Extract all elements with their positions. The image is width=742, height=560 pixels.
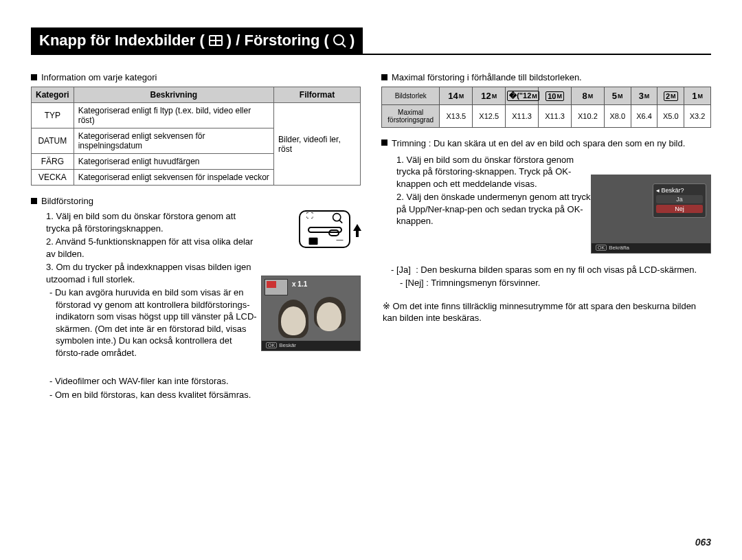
right-nej: - [Nej] : Trimningsmenyn försvinner. (406, 277, 711, 289)
magnify-icon (332, 213, 341, 223)
page-title: Knapp för Indexbilder ( ) / Förstoring (… (31, 27, 363, 54)
title-text-mid: ) / Förstoring ( (227, 32, 329, 49)
thumbnail-icon (308, 238, 317, 245)
crop-dialog-header: Beskär? (662, 187, 684, 194)
zv3: X11.3 (539, 105, 572, 128)
left-step-1: 1. Välj en bild som du önskar förstora g… (46, 210, 259, 234)
zv4: X10.2 (571, 105, 604, 128)
th-filformat: Filformat (274, 87, 361, 103)
title-bar-container: Knapp för Indexbilder ( ) / Förstoring (… (31, 27, 711, 55)
thumb-bar-label: Beskär (279, 342, 296, 348)
crop-dialog-panel: ◂ Beskär? Ja Nej (653, 183, 706, 218)
zoom-row2-label-a: Maximal (398, 109, 423, 116)
slider-icon (308, 227, 342, 233)
cell-typ-desc: Kategoriserad enligt fi ltyp (t.ex. bild… (74, 103, 273, 128)
cell-farg: FÄRG (32, 154, 74, 170)
right-step-2: 2. Välj den önskade undermenyn genom att… (396, 191, 596, 227)
left-dash-1: - Du kan avgöra huruvida en bild som vis… (56, 287, 259, 359)
crop-bar-label: Bekräfta (609, 245, 629, 251)
cell-vecka: VECKA (32, 170, 74, 186)
cell-datum: DATUM (32, 128, 74, 154)
bullet-icon (31, 74, 37, 80)
category-table: Kategori Beskrivning Filformat TYP Kateg… (31, 87, 361, 186)
zv7: X5.0 (657, 105, 684, 128)
zoom-level-label: x 1.1 (292, 280, 307, 288)
preview-crop-dialog: ◂ Beskär? Ja Nej OKBekräfta (591, 175, 711, 254)
minimap-icon (265, 279, 288, 295)
page-number: 063 (695, 537, 711, 548)
zoom-row2-label-b: förstoringsgrad (387, 116, 434, 124)
zv8: X3.2 (684, 105, 711, 128)
trim-text: Du kan skära ut en del av en bild och sp… (434, 138, 685, 148)
crop-option-ja[interactable]: Ja (656, 195, 703, 203)
cell-vecka-desc: Kategoriserad enligt sekvensen för inspe… (74, 170, 273, 186)
right-note: ※ Om det inte finns tillräcklig minnesut… (383, 300, 711, 324)
left-step-2: 2. Använd 5-funktionsknappen för att vis… (46, 236, 259, 260)
left-column: Information om varje kategori Kategori B… (31, 72, 361, 402)
zv0: X13.5 (440, 105, 473, 128)
left-dash-3: - Om en bild förstoras, kan dess kvalite… (56, 389, 361, 401)
bullet-icon (381, 139, 387, 146)
cell-datum-desc: Kategoriserad enligt sekvensen för inspe… (74, 128, 273, 154)
right-step-1: 1. Välj en bild som du önskar förstora g… (396, 154, 596, 190)
trim-label: Trimning : (392, 138, 431, 148)
right-ja-text: : Den beskurna bilden sparas som en ny f… (416, 265, 697, 275)
zv6: X6.4 (631, 105, 657, 128)
right-column: Maximal förstoring i förhållande till bi… (381, 72, 711, 402)
expand-icon: ⛶ (306, 212, 313, 224)
left-subheading: Bildförstoring (41, 196, 93, 206)
dash-icon: — (337, 236, 344, 247)
left-step-3: 3. Om du trycker på indexknappen visas b… (46, 261, 259, 285)
zv1: X12.5 (473, 105, 506, 128)
zoom-row1-label: Bildstorlek (382, 87, 440, 105)
zv2: X11.3 (506, 105, 539, 128)
left-dash-2: - Videofilmer och WAV-filer kan inte för… (56, 375, 361, 388)
title-text-suffix: ) (350, 32, 355, 49)
zoom-table: Bildstorlek 14M 12M �("12M 10M 8M 5M 3M … (381, 87, 711, 128)
crop-option-nej[interactable]: Nej (656, 205, 703, 213)
th-kategori: Kategori (32, 87, 74, 103)
zoom-button-diagram: ⛶ — (299, 210, 350, 248)
preview-zoomed-image: x 1.1 OKBeskär (261, 276, 361, 351)
bullet-icon (31, 198, 37, 204)
right-ja-label: - [Ja] (391, 265, 411, 275)
title-text-prefix: Knapp för Indexbilder ( (39, 32, 205, 49)
cell-typ: TYP (32, 103, 74, 128)
thumbnail-icon (209, 35, 223, 46)
left-heading: Information om varje kategori (41, 72, 157, 82)
th-beskrivning: Beskrivning (74, 87, 273, 103)
arrow-up-icon (353, 224, 361, 231)
magnify-icon (333, 34, 346, 47)
cell-farg-desc: Kategoriserad enligt huvudfärgen (74, 154, 273, 170)
bullet-icon (381, 74, 387, 80)
right-heading: Maximal förstoring i förhållande till bi… (392, 72, 582, 82)
zv5: X8.0 (604, 105, 631, 128)
cell-formats: Bilder, videofi ler, röst (274, 103, 361, 186)
